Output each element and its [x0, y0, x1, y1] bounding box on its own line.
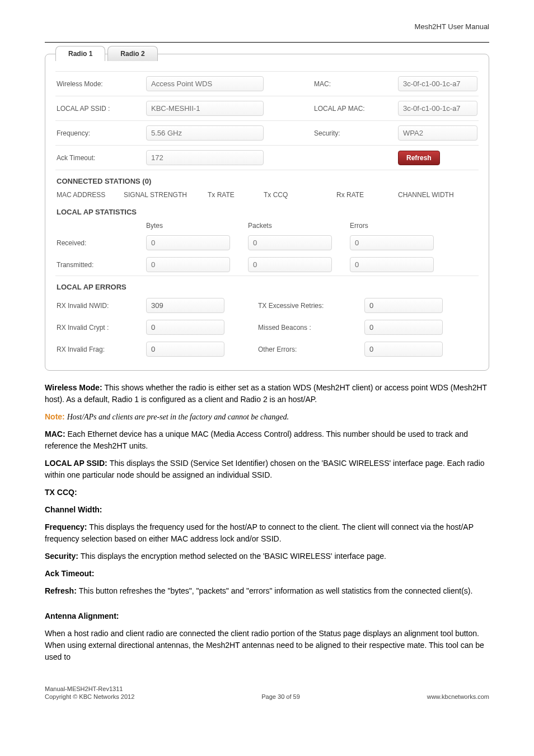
local-ap-ssid-label: LOCAL AP SSID : — [57, 105, 146, 113]
local-ap-errors-title: LOCAL AP ERRORS — [55, 276, 479, 295]
tab-radio-2[interactable]: Radio 2 — [107, 46, 157, 61]
footer-copyright: Copyright © KBC Networks 2012 — [45, 693, 134, 700]
doc-ref-label: Refresh: — [45, 586, 79, 595]
frequency-value — [146, 125, 264, 141]
doc-ssid-text: This displays the SSID (Service Set Iden… — [45, 459, 485, 479]
hdr-channel-width: CHANNEL WIDTH — [398, 191, 477, 199]
ack-timeout-value — [146, 150, 264, 165]
hdr-tx-ccq: Tx CCQ — [264, 191, 336, 199]
missed-beacons-value — [364, 320, 443, 335]
doc-ref-text: This button refreshes the "bytes", "pack… — [79, 586, 473, 595]
row-frequency: Frequency: Security: — [55, 120, 479, 145]
doc-ccq: TX CCQ: — [45, 487, 489, 498]
doc-wm-label: Wireless Mode: — [45, 383, 104, 392]
row-err-2: RX Invalid Crypt : Missed Beacons : — [55, 316, 479, 338]
tx-excessive-label: TX Excessive Retries: — [258, 302, 364, 310]
doc-sec-label: Security: — [45, 552, 81, 561]
footer: Manual-MESH2HT-Rev1311 Copyright © KBC N… — [45, 685, 489, 700]
doc-sec-text: This displays the encryption method sele… — [81, 552, 386, 561]
frequency-label: Frequency: — [57, 129, 146, 137]
ack-timeout-label: Ack Timeout: — [57, 154, 146, 162]
local-ap-ssid-value — [146, 101, 264, 116]
rx-invalid-nwid-value — [146, 298, 224, 313]
security-value — [398, 125, 477, 141]
rx-invalid-crypt-value — [146, 320, 224, 335]
rx-invalid-frag-label: RX Invalid Frag: — [57, 346, 146, 353]
received-errors — [350, 235, 434, 250]
row-received: Received: — [55, 232, 479, 254]
rx-invalid-crypt-label: RX Invalid Crypt : — [57, 324, 146, 332]
row-transmitted: Transmitted: — [55, 254, 479, 276]
tab-radio-1[interactable]: Radio 1 — [55, 46, 105, 61]
hdr-tx-rate: Tx RATE — [208, 191, 264, 199]
connected-stations-title: CONNECTED STATIONS (0) — [55, 170, 479, 189]
local-ap-mac-value — [398, 101, 477, 116]
tx-excessive-value — [364, 298, 443, 313]
local-ap-statistics-title: LOCAL AP STATISTICS — [55, 201, 479, 220]
received-bytes — [146, 235, 230, 250]
transmitted-label: Transmitted: — [57, 261, 146, 269]
doc-align-text: When a host radio and client radio are c… — [45, 628, 489, 663]
page-header: Mesh2HT User Manual — [45, 22, 489, 31]
row-err-1: RX Invalid NWID: TX Excessive Retries: — [55, 295, 479, 316]
stats-headers: Bytes Packets Errors — [55, 220, 479, 232]
doc-ssid-label: LOCAL AP SSID: — [45, 459, 110, 468]
wireless-mode-label: Wireless Mode: — [57, 80, 146, 88]
doc-note-text: Host/APs and clients are pre-set in the … — [67, 413, 289, 421]
doc-freq-label: Frequency: — [45, 522, 89, 531]
footer-line-1: Manual-MESH2HT-Rev1311 — [45, 685, 489, 692]
rx-invalid-nwid-label: RX Invalid NWID: — [57, 302, 146, 310]
status-panel: Radio 1 Radio 2 Wireless Mode: MAC: LOCA… — [45, 54, 489, 371]
transmitted-packets — [248, 257, 332, 272]
connected-stations-headers: MAC ADDRESS SIGNAL STRENGTH Tx RATE Tx C… — [55, 189, 479, 201]
row-wireless-mode: Wireless Mode: MAC: — [55, 71, 479, 96]
doc-freq-text: This displays the frequency used for the… — [45, 522, 474, 543]
mac-label: MAC: — [314, 80, 398, 88]
other-errors-label: Other Errors: — [258, 346, 364, 353]
hdr-bytes: Bytes — [146, 222, 241, 230]
row-err-3: RX Invalid Frag: Other Errors: — [55, 338, 479, 360]
doc-ack: Ack Timeout: — [45, 568, 489, 580]
received-label: Received: — [57, 239, 146, 247]
footer-page: Page 30 of 59 — [261, 693, 300, 700]
doc-mac-label: MAC: — [45, 430, 67, 438]
top-divider — [45, 42, 489, 43]
transmitted-bytes — [146, 257, 230, 272]
rx-invalid-frag-value — [146, 342, 224, 357]
wireless-mode-value — [146, 76, 264, 91]
received-packets — [248, 235, 332, 250]
missed-beacons-label: Missed Beacons : — [258, 324, 364, 332]
tabs: Radio 1 Radio 2 — [55, 46, 479, 61]
mac-value — [398, 76, 477, 91]
refresh-button[interactable]: Refresh — [398, 151, 440, 165]
other-errors-value — [364, 342, 443, 357]
row-local-ap-ssid: LOCAL AP SSID : LOCAL AP MAC: — [55, 96, 479, 120]
hdr-mac-address: MAC ADDRESS — [57, 191, 124, 199]
hdr-packets: Packets — [248, 222, 343, 230]
security-label: Security: — [314, 129, 398, 137]
local-ap-mac-label: LOCAL AP MAC: — [314, 105, 398, 113]
doc-cw: Channel Width: — [45, 504, 489, 516]
transmitted-errors — [350, 257, 434, 272]
doc-wm-text: This shows whether the radio is either s… — [45, 383, 487, 404]
doc-mac-text: Each Ethernet device has a unique MAC (M… — [45, 430, 468, 450]
doc-body: Wireless Mode: This shows whether the ra… — [45, 382, 489, 663]
doc-note-label: Note: — [45, 412, 67, 421]
hdr-rx-rate: Rx RATE — [336, 191, 398, 199]
hdr-errors: Errors — [350, 222, 445, 230]
doc-align-label: Antenna Alignment: — [45, 612, 119, 620]
row-ack-timeout: Ack Timeout: Refresh — [55, 145, 479, 170]
footer-url: www.kbcnetworks.com — [427, 693, 489, 700]
hdr-signal-strength: SIGNAL STRENGTH — [124, 191, 208, 199]
